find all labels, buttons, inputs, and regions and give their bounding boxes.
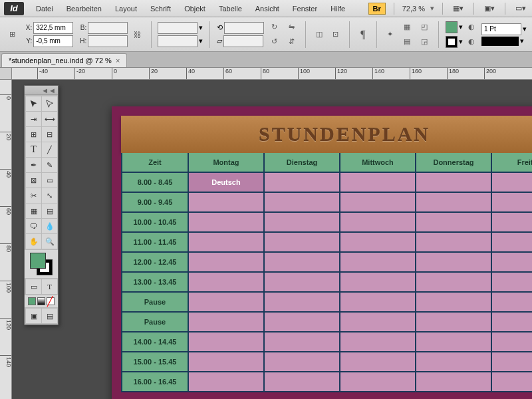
stroke-swatch[interactable] [446, 36, 458, 48]
data-cell[interactable] [189, 332, 265, 352]
chevron-down-icon[interactable]: ▾ [199, 37, 203, 45]
rotate-input[interactable] [224, 22, 264, 34]
data-cell[interactable] [265, 233, 340, 253]
data-cell[interactable] [492, 193, 532, 213]
data-cell[interactable] [340, 233, 416, 253]
close-icon[interactable]: × [116, 57, 120, 65]
rectangle-frame-tool[interactable]: ⊠ [26, 173, 41, 188]
chevron-down-icon[interactable]: ▾ [459, 23, 463, 31]
hand-tool[interactable]: ✋ [26, 234, 41, 249]
data-cell[interactable] [340, 293, 416, 313]
preview-view-icon[interactable]: ▤ [42, 309, 57, 323]
data-cell[interactable] [265, 193, 340, 213]
data-cell[interactable] [416, 193, 492, 213]
corner-icon[interactable]: ◰ [417, 21, 432, 34]
menu-objekt[interactable]: Objekt [178, 2, 212, 15]
select-content-icon[interactable]: ⊡ [329, 28, 342, 41]
stroke-weight-input[interactable]: 1 Pt [481, 23, 521, 35]
data-cell[interactable] [189, 193, 265, 213]
type-tool[interactable]: T [26, 142, 41, 157]
x-input[interactable]: 322,5 mm [33, 22, 73, 34]
data-cell[interactable]: Deutsch [189, 173, 265, 193]
select-container-icon[interactable]: ◫ [313, 28, 326, 41]
data-cell[interactable] [416, 372, 492, 392]
scissors-tool[interactable]: ✂ [26, 188, 41, 203]
data-cell[interactable] [492, 372, 532, 392]
content-collector-tool[interactable]: ⊞ [26, 127, 41, 142]
panel-header[interactable]: ◄◄ [25, 86, 58, 95]
data-cell[interactable] [265, 253, 340, 273]
data-cell[interactable] [189, 372, 265, 392]
eyedropper-tool[interactable]: 💧 [42, 219, 57, 233]
bridge-badge[interactable]: Br [368, 3, 386, 15]
chevron-down-icon[interactable]: ▾ [523, 25, 527, 33]
data-cell[interactable] [340, 352, 416, 372]
canvas[interactable]: STUNDENPLAN ZeitMontagDienstagMittwochDo… [12, 80, 532, 399]
apply-none-icon[interactable]: ╱ [47, 297, 55, 305]
gradient-swatch-tool[interactable]: ▦ [26, 203, 41, 218]
fill-color[interactable] [30, 253, 46, 269]
data-cell[interactable] [265, 372, 340, 392]
rotate-ccw-icon[interactable]: ↺ [267, 35, 281, 49]
vertical-ruler[interactable]: 020406080100120140 [0, 68, 12, 399]
shear-input[interactable] [223, 35, 263, 47]
data-cell[interactable] [492, 352, 532, 372]
width-input[interactable] [88, 22, 128, 34]
data-cell[interactable] [340, 253, 416, 273]
fill-tint-icon[interactable]: ◐ [464, 21, 479, 34]
data-cell[interactable] [340, 193, 416, 213]
data-cell[interactable] [416, 173, 492, 193]
chevron-down-icon[interactable]: ▾ [520, 37, 524, 45]
apply-gradient-icon[interactable] [37, 297, 45, 305]
data-cell[interactable] [492, 273, 532, 293]
menu-ansicht[interactable]: Ansicht [249, 2, 286, 15]
apply-color-icon[interactable] [28, 297, 36, 305]
data-cell[interactable] [265, 332, 340, 352]
rectangle-tool[interactable]: ▭ [42, 173, 57, 188]
pen-tool[interactable]: ✒ [26, 158, 41, 172]
menu-schrift[interactable]: Schrift [144, 2, 178, 15]
fill-stroke-proxy[interactable] [30, 253, 53, 275]
corner-icon[interactable]: ◲ [417, 35, 432, 49]
free-transform-tool[interactable]: ⤡ [42, 188, 57, 203]
menu-hilfe[interactable]: Hilfe [324, 2, 352, 15]
formatting-container-icon[interactable]: ▭ [26, 279, 41, 294]
view-options-icon[interactable]: ▦▾ [451, 3, 466, 15]
line-tool[interactable]: ╱ [42, 142, 57, 157]
formatting-text-icon[interactable]: T [42, 279, 57, 294]
zoom-display[interactable]: 72,3 % [402, 5, 425, 13]
chevron-down-icon[interactable]: ▾ [430, 4, 434, 13]
data-cell[interactable] [189, 313, 265, 332]
data-cell[interactable] [189, 273, 265, 293]
effects-icon[interactable]: ✦ [384, 28, 397, 41]
data-cell[interactable] [265, 293, 340, 313]
chevron-down-icon[interactable]: ▾ [459, 37, 463, 46]
data-cell[interactable] [492, 313, 532, 332]
y-input[interactable]: -0,5 mm [33, 35, 73, 47]
menu-fenster[interactable]: Fenster [286, 2, 324, 15]
data-cell[interactable] [340, 273, 416, 293]
selection-tool[interactable] [26, 96, 41, 111]
data-cell[interactable] [416, 213, 492, 233]
data-cell[interactable] [340, 213, 416, 233]
height-input[interactable] [88, 35, 128, 47]
data-cell[interactable] [340, 173, 416, 193]
arrange-icon[interactable]: ▭▾ [513, 3, 528, 15]
data-cell[interactable] [265, 313, 340, 332]
data-cell[interactable] [416, 352, 492, 372]
note-tool[interactable]: 🗨 [26, 219, 41, 233]
content-placer-tool[interactable]: ⊟ [42, 127, 57, 142]
menu-datei[interactable]: Datei [29, 2, 60, 15]
data-cell[interactable] [492, 213, 532, 233]
scale-x-input[interactable] [158, 22, 198, 34]
data-cell[interactable] [265, 273, 340, 293]
flip-h-icon[interactable]: ⇋ [284, 21, 299, 34]
data-cell[interactable] [189, 352, 265, 372]
ruler-origin[interactable] [0, 68, 12, 80]
normal-view-icon[interactable]: ▣ [26, 309, 41, 323]
constrain-icon[interactable]: ⛓ [130, 28, 144, 41]
data-cell[interactable] [492, 332, 532, 352]
screen-mode-icon[interactable]: ▣▾ [482, 3, 497, 15]
flip-v-icon[interactable]: ⇵ [284, 35, 299, 49]
data-cell[interactable] [189, 213, 265, 233]
